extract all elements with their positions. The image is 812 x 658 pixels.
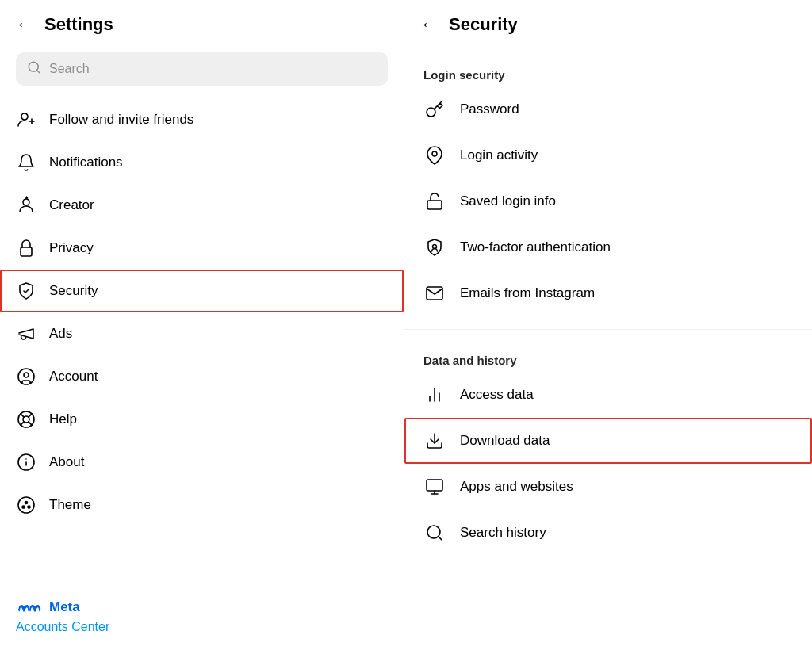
svg-rect-24 [427, 201, 442, 209]
svg-line-13 [29, 422, 32, 425]
palette-icon [16, 495, 36, 515]
left-panel: ← Settings Search Follow and invite frie… [0, 0, 404, 658]
search-icon [27, 60, 41, 78]
right-item-label-access-data: Access data [460, 387, 534, 403]
megaphone-icon [16, 323, 36, 344]
sidebar-item-privacy[interactable]: Privacy [0, 227, 404, 270]
right-item-access-data[interactable]: Access data [404, 372, 812, 418]
right-item-label-download-data: Download data [460, 433, 550, 449]
svg-line-14 [29, 414, 32, 417]
right-item-password[interactable]: Password [404, 86, 812, 132]
right-item-label-login-activity: Login activity [460, 147, 538, 163]
right-item-download-data[interactable]: Download data [404, 418, 812, 464]
svg-rect-30 [427, 480, 442, 491]
person-circle-icon [16, 366, 36, 387]
lifebuoy-icon [16, 409, 36, 430]
sidebar-item-account[interactable]: Account [0, 355, 404, 398]
sidebar-item-label-account: Account [49, 369, 98, 384]
lock-open-icon [423, 190, 446, 212]
sidebar-item-label-creator: Creator [49, 197, 94, 213]
search-history-icon [423, 522, 446, 544]
sidebar-item-label-notifications: Notifications [49, 155, 123, 170]
right-panel: ← Security Login security Password Login… [404, 0, 812, 658]
shield-person-icon [423, 236, 446, 258]
svg-point-9 [24, 373, 29, 377]
search-placeholder: Search [49, 62, 90, 76]
svg-line-1 [36, 70, 39, 72]
svg-point-2 [21, 113, 28, 120]
left-panel-title: Settings [44, 14, 113, 35]
sidebar-item-notifications[interactable]: Notifications [0, 141, 404, 184]
sidebar-item-about[interactable]: About [0, 441, 404, 484]
sidebar-item-theme[interactable]: Theme [0, 484, 404, 526]
bell-icon [16, 152, 36, 173]
right-header: ← Security [404, 0, 812, 49]
sidebar-item-help[interactable]: Help [0, 398, 404, 441]
key-icon [423, 98, 446, 121]
sidebar-item-ads[interactable]: Ads [0, 312, 404, 355]
section-divider [404, 329, 812, 330]
right-item-label-saved-login: Saved login info [460, 193, 556, 209]
sidebar-item-follow[interactable]: Follow and invite friends [0, 98, 404, 141]
right-item-saved-login[interactable]: Saved login info [404, 178, 812, 224]
sidebar-item-label-follow: Follow and invite friends [49, 112, 193, 128]
left-back-button[interactable]: ← [16, 14, 33, 35]
svg-point-20 [22, 506, 25, 508]
right-item-apps-websites[interactable]: Apps and websites [404, 464, 812, 510]
right-item-label-emails: Emails from Instagram [460, 285, 595, 301]
sidebar-item-security[interactable]: Security [0, 270, 404, 312]
svg-point-19 [18, 497, 34, 513]
right-item-search-history[interactable]: Search history [404, 510, 812, 556]
meta-label: Meta [49, 599, 80, 615]
left-header: ← Settings [0, 0, 404, 49]
svg-point-23 [432, 151, 437, 156]
bar-chart-icon [423, 384, 446, 406]
svg-line-12 [21, 414, 24, 417]
monitor-icon [423, 476, 446, 498]
data-history-title: Data and history [404, 342, 812, 372]
svg-point-8 [18, 369, 34, 384]
shield-check-icon [16, 281, 36, 301]
sidebar-item-label-privacy: Privacy [49, 240, 94, 256]
svg-line-15 [21, 422, 24, 425]
sidebar-item-creator[interactable]: Creator [0, 184, 404, 227]
right-item-two-factor[interactable]: Two-factor authentication [404, 224, 812, 270]
right-item-emails[interactable]: Emails from Instagram [404, 270, 812, 316]
star-person-icon [16, 195, 36, 216]
data-history-section: Data and history Access data Do [404, 335, 812, 564]
person-add-icon [16, 109, 36, 130]
meta-logo: Meta [16, 599, 388, 615]
right-item-label-password: Password [460, 101, 519, 117]
login-security-section: Login security Password Login activity [404, 49, 812, 324]
svg-rect-7 [21, 247, 32, 256]
sidebar-item-label-security: Security [49, 283, 98, 299]
lock-icon [16, 238, 36, 258]
info-circle-icon [16, 452, 36, 472]
sidebar-item-label-help: Help [49, 411, 77, 427]
right-item-label-search-history: Search history [460, 525, 546, 541]
right-item-login-activity[interactable]: Login activity [404, 132, 812, 178]
svg-point-21 [28, 506, 30, 508]
svg-line-34 [439, 537, 442, 540]
svg-point-22 [25, 502, 28, 504]
bottom-section: Meta Accounts Center [0, 583, 404, 658]
left-nav-list: Follow and invite friends Notifications [0, 98, 404, 526]
right-item-label-apps-websites: Apps and websites [460, 479, 573, 495]
search-bar[interactable]: Search [16, 52, 388, 86]
sidebar-item-label-ads: Ads [49, 326, 72, 342]
location-pin-icon [423, 144, 446, 166]
login-security-title: Login security [404, 57, 812, 86]
accounts-center-link[interactable]: Accounts Center [16, 620, 109, 633]
envelope-icon [423, 282, 446, 304]
sidebar-item-label-theme: Theme [49, 497, 91, 513]
download-icon [423, 430, 446, 452]
sidebar-item-label-about: About [49, 454, 84, 470]
right-item-label-two-factor: Two-factor authentication [460, 239, 611, 255]
right-panel-title: Security [449, 14, 518, 35]
right-back-button[interactable]: ← [420, 14, 438, 35]
svg-point-5 [23, 199, 29, 205]
